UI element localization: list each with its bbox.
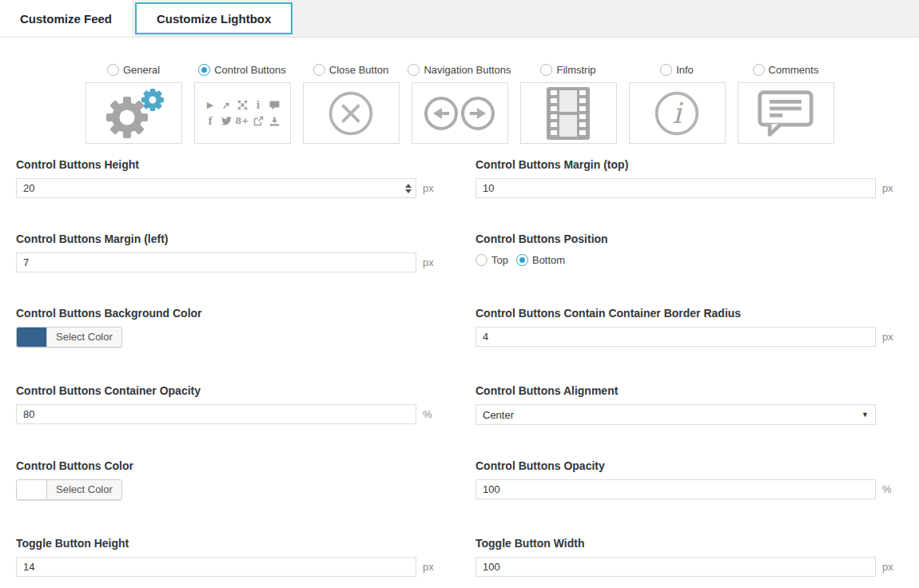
- control-buttons-margin-left-input[interactable]: [16, 252, 416, 272]
- section-filmstrip: Filmstrip: [520, 62, 617, 144]
- radio-close-button-icon[interactable]: [313, 64, 325, 76]
- field-control-buttons-opacity: Control Buttons Opacity %: [475, 459, 897, 503]
- info-small-icon: i: [257, 101, 261, 110]
- radio-control-buttons-icon[interactable]: [198, 64, 210, 76]
- field-control-buttons-alignment: Control Buttons Alignment Center ▼: [475, 384, 897, 425]
- radio-general-icon[interactable]: [107, 64, 119, 76]
- section-info-icon-box[interactable]: i: [629, 82, 726, 144]
- svg-text:i: i: [672, 97, 683, 129]
- control-buttons-margin-top-input[interactable]: [475, 178, 876, 198]
- filmstrip-icon: [544, 86, 592, 141]
- section-radio-navigation-buttons[interactable]: Navigation Buttons: [408, 62, 511, 77]
- comment-bubble-icon: [758, 89, 814, 137]
- control-buttons-height-label: Control Buttons Height: [16, 158, 437, 172]
- radio-top-icon[interactable]: [475, 254, 487, 266]
- buttons-color-picker[interactable]: Select Color: [16, 479, 122, 500]
- color-swatch[interactable]: [17, 480, 47, 499]
- field-control-buttons-height: Control Buttons Height px: [16, 158, 437, 198]
- section-control-buttons-label: Control Buttons: [214, 64, 286, 76]
- control-buttons-opacity-input[interactable]: [475, 479, 876, 499]
- section-control-buttons: Control Buttons ▶ ↗ i f: [194, 62, 291, 144]
- section-radio-comments[interactable]: Comments: [753, 62, 819, 77]
- close-circle-icon: [326, 89, 376, 138]
- twitter-icon: [221, 117, 232, 125]
- radio-bottom-icon[interactable]: [516, 254, 528, 266]
- section-radio-general[interactable]: General: [107, 62, 160, 77]
- comment-small-icon: [269, 101, 280, 110]
- control-buttons-settings-form: Control Buttons Height px Control Button…: [0, 144, 919, 577]
- control-buttons-position-label: Control Buttons Position: [475, 232, 897, 246]
- control-buttons-margin-left-label: Control Buttons Margin (left): [16, 232, 437, 246]
- unit-label: px: [423, 256, 437, 268]
- section-comments-icon-box[interactable]: [738, 82, 834, 144]
- position-top-label: Top: [491, 254, 508, 266]
- field-control-buttons-margin-left: Control Buttons Margin (left) px: [16, 232, 437, 272]
- tab-customize-lightbox[interactable]: Customize Lightbox: [135, 2, 292, 34]
- section-navigation-buttons-icon-box[interactable]: [412, 82, 508, 144]
- unit-label: px: [882, 561, 897, 573]
- section-radio-control-buttons[interactable]: Control Buttons: [198, 62, 286, 77]
- alignment-selected-value: Center: [483, 409, 514, 421]
- unit-label: px: [882, 331, 897, 343]
- radio-comments-icon[interactable]: [753, 64, 765, 76]
- position-bottom-label: Bottom: [532, 254, 565, 266]
- color-swatch[interactable]: [17, 328, 47, 347]
- facebook-icon: f: [208, 117, 212, 126]
- container-opacity-input[interactable]: [16, 404, 416, 424]
- radio-filmstrip-icon[interactable]: [540, 64, 552, 76]
- section-radio-info[interactable]: Info: [660, 62, 694, 77]
- section-info-label: Info: [676, 64, 694, 76]
- field-toggle-button-width: Toggle Button Width px: [475, 537, 897, 577]
- toggle-button-height-input[interactable]: [16, 557, 416, 577]
- field-container-opacity: Control Buttons Container Opacity %: [16, 384, 437, 425]
- gear-icon: [97, 87, 170, 140]
- field-toggle-button-height: Toggle Button Height px: [16, 537, 437, 577]
- section-close-button-icon-box[interactable]: [303, 82, 400, 144]
- control-buttons-color-label: Control Buttons Color: [16, 459, 437, 473]
- select-color-button[interactable]: Select Color: [47, 328, 121, 347]
- unit-label: %: [882, 483, 897, 495]
- section-general-icon-box[interactable]: [86, 82, 182, 144]
- number-stepper-icon[interactable]: [405, 184, 412, 193]
- tab-customize-lightbox-label: Customize Lightbox: [157, 12, 271, 26]
- download-icon: [269, 117, 280, 126]
- tab-customize-feed-label: Customize Feed: [20, 12, 112, 26]
- tab-customize-feed[interactable]: Customize Feed: [0, 0, 132, 37]
- radio-navigation-buttons-icon[interactable]: [408, 64, 420, 76]
- container-border-radius-input[interactable]: [475, 327, 876, 347]
- toggle-button-height-label: Toggle Button Height: [16, 537, 437, 550]
- select-color-button[interactable]: Select Color: [47, 480, 121, 499]
- position-bottom-option[interactable]: Bottom: [516, 254, 565, 266]
- control-buttons-margin-top-label: Control Buttons Margin (top): [475, 158, 897, 172]
- section-close-button: Close Button: [303, 62, 400, 144]
- field-control-buttons-color: Control Buttons Color Select Color: [16, 459, 437, 503]
- radio-info-icon[interactable]: [660, 64, 672, 76]
- control-buttons-background-color-label: Control Buttons Background Color: [16, 307, 437, 320]
- field-control-buttons-background-color: Control Buttons Background Color Select …: [16, 307, 437, 350]
- background-color-picker[interactable]: Select Color: [16, 327, 122, 348]
- section-control-buttons-icon-box[interactable]: ▶ ↗ i f 8+: [194, 82, 291, 144]
- nav-arrows-icon: [421, 95, 498, 132]
- toggle-button-width-label: Toggle Button Width: [475, 537, 897, 550]
- section-general-label: General: [123, 64, 160, 76]
- control-buttons-height-input[interactable]: [16, 178, 416, 198]
- toggle-button-width-input[interactable]: [475, 557, 876, 577]
- section-navigation-buttons-label: Navigation Buttons: [424, 64, 511, 76]
- field-container-border-radius: Control Buttons Contain Container Border…: [475, 307, 897, 350]
- section-radio-filmstrip[interactable]: Filmstrip: [540, 62, 595, 77]
- container-opacity-label: Control Buttons Container Opacity: [16, 384, 437, 398]
- play-icon: ▶: [207, 101, 213, 109]
- fullscreen-icon: [237, 100, 248, 110]
- chevron-down-icon: ▼: [861, 411, 869, 419]
- alignment-select[interactable]: Center ▼: [475, 404, 876, 425]
- unit-label: px: [423, 561, 437, 573]
- unit-label: px: [423, 182, 437, 194]
- lightbox-section-picker: General: [0, 62, 919, 144]
- container-border-radius-label: Control Buttons Contain Container Border…: [475, 307, 897, 320]
- section-comments-label: Comments: [769, 64, 819, 76]
- section-navigation-buttons: Navigation Buttons: [412, 62, 508, 144]
- section-radio-close-button[interactable]: Close Button: [313, 62, 388, 77]
- section-filmstrip-icon-box[interactable]: [520, 82, 617, 144]
- position-top-option[interactable]: Top: [475, 254, 508, 266]
- info-circle-icon: i: [652, 89, 702, 138]
